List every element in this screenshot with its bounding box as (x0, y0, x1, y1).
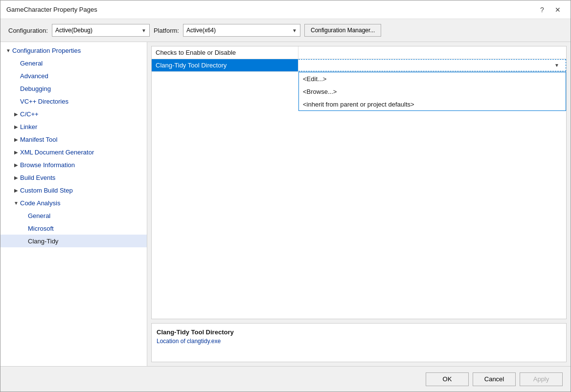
tree-label-xml-doc: XML Document Generator (20, 149, 94, 156)
tree-item-build-events[interactable]: ▶ Build Events (0, 171, 147, 184)
tool-dir-dropdown-arrow[interactable]: ▼ (552, 60, 562, 71)
right-panel: Checks to Enable or Disable Clang-Tidy T… (147, 42, 571, 366)
expand-icon-linker: ▶ (12, 123, 20, 131)
tree-item-browse-info[interactable]: ▶ Browse Information (0, 158, 147, 171)
tree-label-build-events: Build Events (20, 174, 55, 181)
description-title: Clang-Tidy Tool Directory (157, 328, 561, 336)
property-value-checks[interactable] (298, 46, 566, 59)
configuration-select[interactable]: Active(Debug) ▼ (52, 24, 150, 37)
expand-icon-xml-doc: ▶ (12, 148, 20, 156)
property-name-tool-dir[interactable]: Clang-Tidy Tool Directory (152, 59, 298, 71)
expand-icon-vc-dirs (12, 97, 20, 105)
title-bar-left: GameCharacter Property Pages (6, 6, 97, 13)
dropdown-item-inherit[interactable]: <inherit from parent or project defaults… (299, 98, 566, 110)
expand-icon-manifest-tool: ▶ (12, 135, 20, 143)
close-button[interactable]: ✕ (551, 4, 565, 16)
expand-icon-code-analysis: ▼ (12, 199, 20, 207)
tree-item-vc-dirs[interactable]: VC++ Directories (0, 95, 147, 108)
platform-label: Platform: (154, 27, 179, 34)
tree-label-custom-build: Custom Build Step (20, 187, 73, 194)
description-panel: Clang-Tidy Tool Directory Location of cl… (151, 323, 567, 362)
platform-select[interactable]: Active(x64) ▼ (183, 24, 300, 37)
title-bar-right: ? ✕ (535, 4, 565, 16)
expand-icon-custom-build: ▶ (12, 186, 20, 194)
tree-item-advanced[interactable]: Advanced (0, 69, 147, 82)
configuration-label: Configuration: (8, 27, 48, 34)
expand-icon-advanced (12, 72, 20, 80)
dropdown-item-edit[interactable]: <Edit...> (299, 72, 566, 85)
tree-item-ca-microsoft[interactable]: Microsoft (0, 222, 147, 235)
property-value-tool-dir[interactable]: ▼ (298, 59, 566, 71)
expand-icon-ca-clangtidy (20, 237, 28, 245)
expand-icon-debugging (12, 85, 20, 92)
platform-select-arrow: ▼ (292, 28, 297, 33)
help-button[interactable]: ? (535, 4, 549, 16)
tree-item-manifest-tool[interactable]: ▶ Manifest Tool (0, 133, 147, 146)
title-bar: GameCharacter Property Pages ? ✕ (0, 0, 571, 19)
dropdown-item-browse[interactable]: <Browse...> (299, 85, 566, 98)
tree-label-ca-microsoft: Microsoft (28, 225, 54, 232)
property-grid: Checks to Enable or Disable Clang-Tidy T… (151, 46, 567, 319)
tree-label-vc-dirs: VC++ Directories (20, 98, 69, 105)
tree-item-ca-clangtidy[interactable]: Clang-Tidy (0, 235, 147, 247)
dialog: GameCharacter Property Pages ? ✕ Configu… (0, 0, 571, 392)
cancel-button[interactable]: Cancel (473, 372, 516, 386)
tree-item-custom-build[interactable]: ▶ Custom Build Step (0, 184, 147, 196)
tree-item-general[interactable]: General (0, 57, 147, 69)
main-content: ▼ Configuration Properties General Advan… (0, 42, 571, 366)
expand-icon-config-props: ▼ (4, 46, 12, 54)
property-row-tool-dir: Clang-Tidy Tool Directory ▼ <Edit...> <B… (152, 59, 566, 72)
tree-item-debugging[interactable]: Debugging (0, 82, 147, 95)
window-title: GameCharacter Property Pages (6, 6, 97, 13)
property-name-checks: Checks to Enable or Disable (152, 46, 298, 59)
description-text: Location of clangtidy.exe (157, 338, 561, 345)
tree-item-code-analysis[interactable]: ▼ Code Analysis (0, 196, 147, 209)
configuration-manager-button[interactable]: Configuration Manager... (304, 24, 381, 37)
footer: OK Cancel Apply (0, 366, 571, 392)
tree-item-xml-doc[interactable]: ▶ XML Document Generator (0, 146, 147, 158)
tree-label-advanced: Advanced (20, 72, 48, 80)
tree-panel: ▼ Configuration Properties General Advan… (0, 42, 147, 366)
expand-icon-cpp: ▶ (12, 110, 20, 118)
expand-icon-build-events: ▶ (12, 174, 20, 181)
tree-label-debugging: Debugging (20, 85, 51, 92)
tree-label-ca-general: General (28, 212, 50, 219)
tree-label-cpp: C/C++ (20, 110, 39, 118)
tree-label-general: General (20, 60, 43, 67)
tree-label-ca-clangtidy: Clang-Tidy (28, 238, 58, 245)
tree-label-manifest-tool: Manifest Tool (20, 136, 57, 143)
property-row-checks: Checks to Enable or Disable (152, 46, 566, 59)
tree-label-browse-info: Browse Information (20, 161, 75, 169)
config-row: Configuration: Active(Debug) ▼ Platform:… (0, 19, 571, 42)
apply-button[interactable]: Apply (520, 372, 563, 386)
tree-item-config-props[interactable]: ▼ Configuration Properties (0, 44, 147, 57)
config-select-arrow: ▼ (141, 28, 146, 33)
tree-label-code-analysis: Code Analysis (20, 199, 60, 207)
expand-icon-ca-general (20, 212, 28, 219)
tree-item-ca-general[interactable]: General (0, 209, 147, 222)
dropdown-menu: <Edit...> <Browse...> <inherit from pare… (298, 72, 566, 111)
tree-item-cpp[interactable]: ▶ C/C++ (0, 108, 147, 120)
expand-icon-browse-info: ▶ (12, 161, 20, 169)
tree-label-config-props: Configuration Properties (12, 47, 81, 54)
tree-item-linker[interactable]: ▶ Linker (0, 120, 147, 133)
expand-icon-general (12, 59, 20, 67)
expand-icon-ca-microsoft (20, 224, 28, 232)
ok-button[interactable]: OK (426, 372, 469, 386)
tree-label-linker: Linker (20, 123, 37, 131)
